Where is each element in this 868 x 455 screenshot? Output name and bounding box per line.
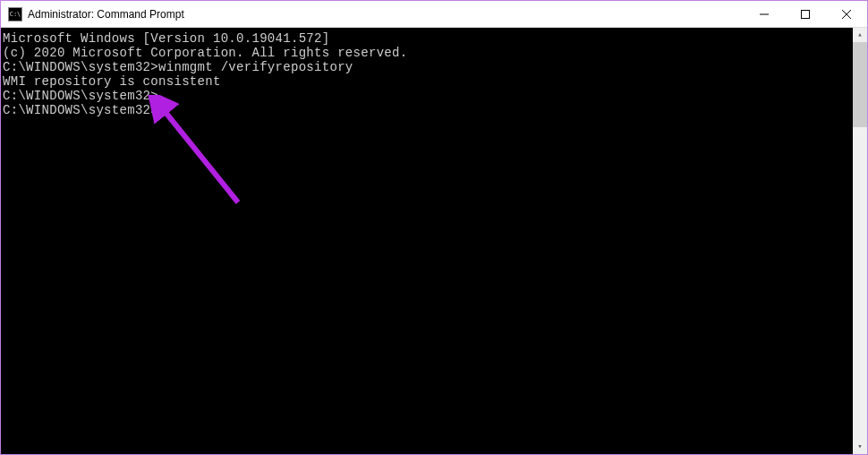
cmd-icon: C:\ [8,7,22,21]
window-controls [744,1,867,27]
minimize-button[interactable] [744,1,785,27]
terminal-line: C:\WINDOWS\system32>winmgmt /verifyrepos… [1,60,867,74]
scroll-up-arrow-icon[interactable]: ▴ [853,28,867,42]
scroll-down-arrow-icon[interactable]: ▾ [853,440,867,454]
close-button[interactable] [826,1,867,27]
scroll-thumb[interactable] [853,42,867,127]
terminal-line: Microsoft Windows [Version 10.0.19041.57… [1,31,867,46]
terminal-line: WMI repository is consistent [1,74,867,89]
titlebar[interactable]: C:\ Administrator: Command Prompt [1,1,867,28]
scrollbar-track[interactable]: ▴ ▾ [853,28,867,454]
terminal-area[interactable]: Microsoft Windows [Version 10.0.19041.57… [1,28,867,454]
terminal-line: C:\WINDOWS\system32> [1,89,867,103]
terminal-line: C:\WINDOWS\system32> [1,103,867,117]
svg-rect-1 [802,10,810,18]
terminal-line: (c) 2020 Microsoft Corporation. All righ… [1,46,867,60]
svg-line-5 [160,106,238,202]
maximize-button[interactable] [785,1,826,27]
window-title: Administrator: Command Prompt [28,8,744,21]
